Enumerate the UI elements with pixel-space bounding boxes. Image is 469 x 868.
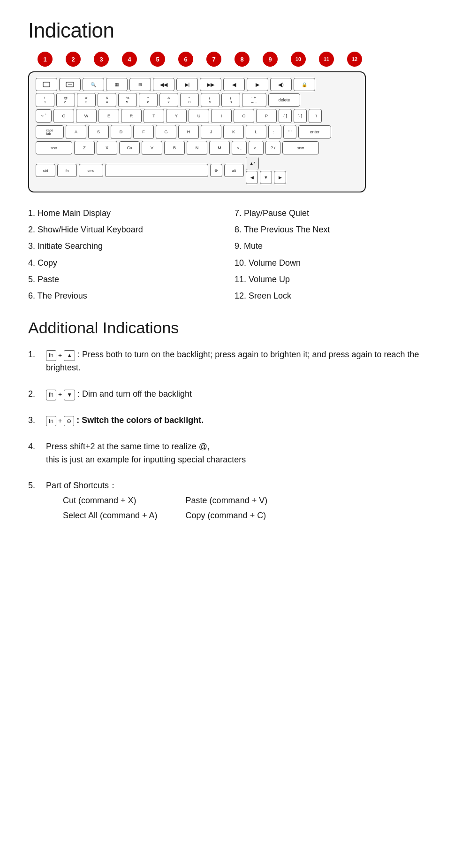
shortcut-cut: Cut (command + X)	[63, 494, 158, 507]
circle-10: 10	[291, 52, 306, 67]
ind-item-10: 10. Volume Down	[234, 257, 441, 269]
key-fn11: ◀)	[270, 78, 292, 91]
left-column: 1. Home Main Display 2. Show/Hide Virtua…	[28, 207, 234, 302]
add-text-2: : Dim and turn off the backlight	[77, 389, 192, 399]
ind-item-7: 7. Play/Pause Quiet	[234, 207, 441, 219]
key-s: S	[88, 125, 109, 139]
page-title: Indication	[28, 19, 441, 42]
key-semicolon: : ;	[268, 125, 281, 139]
add-content-5: Part of Shortcuts： Cut (command + X) Pas…	[46, 479, 280, 522]
circle-3: 3	[94, 52, 109, 67]
shortcut-select-all: Select All (command + A)	[63, 509, 158, 522]
right-column: 7. Play/Pause Quiet 8. The Previous The …	[234, 207, 441, 302]
ind-item-11: 11. Volume Up	[234, 274, 441, 285]
key-globe: ⊕	[210, 164, 222, 177]
key-comma: < ,	[232, 141, 247, 155]
circle-4: 4	[122, 52, 137, 67]
key-arrow-left: ◀	[246, 171, 258, 184]
ind-item-3: 3. Initiate Searching	[28, 240, 234, 252]
kb-row-6: ctrl fn cmd ⊕ alt ▲* ◀ ▼ ▶	[36, 157, 358, 184]
color-key-3: ⊙	[64, 416, 74, 427]
add-num-3: 3.	[28, 414, 41, 427]
additional-list: 1. fn + ▲ : Press both to turn on the ba…	[28, 348, 441, 522]
key-l: L	[246, 125, 266, 139]
key-combo-1: fn + ▲	[46, 350, 75, 361]
add-content-1: fn + ▲ : Press both to turn on the backl…	[46, 348, 441, 375]
up-arrow-key-1: ▲	[64, 350, 75, 361]
key-fn5: ⊞	[129, 78, 151, 91]
key-cmd: cmd	[79, 164, 103, 177]
two-column-list: 1. Home Main Display 2. Show/Hide Virtua…	[28, 207, 441, 302]
shortcut-copy: Copy (command + C)	[186, 509, 280, 522]
add-num-1: 1.	[28, 348, 41, 361]
key-fn12: 🔒	[294, 78, 315, 91]
key-rparen-0: )0	[221, 93, 240, 107]
key-c: C0	[119, 141, 140, 154]
key-tilde: ~ `	[36, 109, 52, 123]
key-alt: alt	[224, 164, 244, 177]
kb-row-1: 🔍 ▦ ⊞ ◀◀ ▶| ▶▶ ◀ ▶ ◀) 🔒	[36, 78, 358, 91]
key-fn-bottom: fn	[57, 164, 77, 177]
key-z: Z	[74, 141, 95, 155]
kb-row-3: ~ ` Q W E R T Y U I O P { [ } ] | \	[36, 109, 358, 123]
key-v: V	[142, 141, 162, 155]
key-arrow-down: ▼	[260, 171, 272, 184]
add-text-3: : Switch the colors of backlight.	[76, 415, 204, 425]
key-hash-3: #3	[77, 93, 96, 107]
circle-9: 9	[263, 52, 278, 67]
key-at-2: @2	[56, 93, 75, 107]
key-e: E	[98, 109, 119, 123]
add-content-3: fn + ⊙ : Switch the colors of backlight.	[46, 414, 204, 427]
circle-2: 2	[66, 52, 81, 67]
key-g: G	[156, 125, 176, 139]
key-rbracket: } ]	[294, 109, 307, 123]
key-period: > .	[249, 141, 264, 155]
key-fn4: ▦	[106, 78, 128, 91]
key-t: T	[144, 109, 164, 123]
key-shift-right: shift	[282, 141, 319, 154]
svg-rect-0	[43, 82, 50, 87]
key-enter: enter	[298, 125, 331, 138]
key-arrow-up: ▲*	[246, 157, 258, 170]
key-fn9: ◀	[223, 78, 245, 91]
add-num-5: 5.	[28, 479, 41, 492]
circle-7: 7	[206, 52, 221, 67]
circle-1: 1	[38, 52, 53, 67]
ind-item-2: 2. Show/Hide Virtual Keyboard	[28, 224, 234, 236]
key-p: P	[256, 109, 277, 123]
key-fn1	[36, 78, 57, 91]
add-text-1: : Press both to turn on the backlight; p…	[46, 350, 419, 372]
add-num-2: 2.	[28, 388, 41, 401]
add-num-4: 4.	[28, 440, 41, 453]
key-dollar-4: $4	[98, 93, 116, 107]
kb-row-2: !1 @2 #3 $4 %5 ^6 &7 *8 (9 )0 - +– = del…	[36, 93, 358, 107]
key-combo-2: fn + ▼	[46, 390, 75, 400]
key-r: R	[121, 109, 142, 123]
add-text-5: Part of Shortcuts：	[46, 481, 117, 490]
key-j: J	[201, 125, 221, 139]
circle-6: 6	[178, 52, 193, 67]
ind-item-12: 12. Sreen Lock	[234, 290, 441, 302]
key-star-8: *8	[180, 93, 199, 107]
add-item-3: 3. fn + ⊙ : Switch the colors of backlig…	[28, 414, 441, 427]
fn-key-1: fn	[46, 350, 56, 361]
key-i: I	[211, 109, 232, 123]
indications-list: 1. Home Main Display 2. Show/Hide Virtua…	[28, 207, 441, 302]
key-w: W	[76, 109, 97, 123]
key-y: Y	[166, 109, 187, 123]
fn-key-3: fn	[46, 416, 56, 427]
add-item-5: 5. Part of Shortcuts： Cut (command + X) …	[28, 479, 441, 522]
ind-item-5: 5. Paste	[28, 274, 234, 285]
key-minus-equals: - +– =	[242, 93, 266, 107]
key-d: D	[111, 125, 131, 139]
circle-12: 12	[347, 52, 362, 67]
key-a: A	[66, 125, 86, 139]
key-excl-1: !1	[36, 93, 54, 107]
key-caps-lock: capstab	[36, 125, 64, 138]
key-combo-3: fn + ⊙	[46, 416, 74, 427]
down-arrow-key-2: ▼	[64, 390, 75, 400]
add-item-1: 1. fn + ▲ : Press both to turn on the ba…	[28, 348, 441, 375]
key-fn10: ▶	[247, 78, 268, 91]
key-ctrl: ctrl	[36, 164, 55, 177]
key-u: U	[189, 109, 209, 123]
